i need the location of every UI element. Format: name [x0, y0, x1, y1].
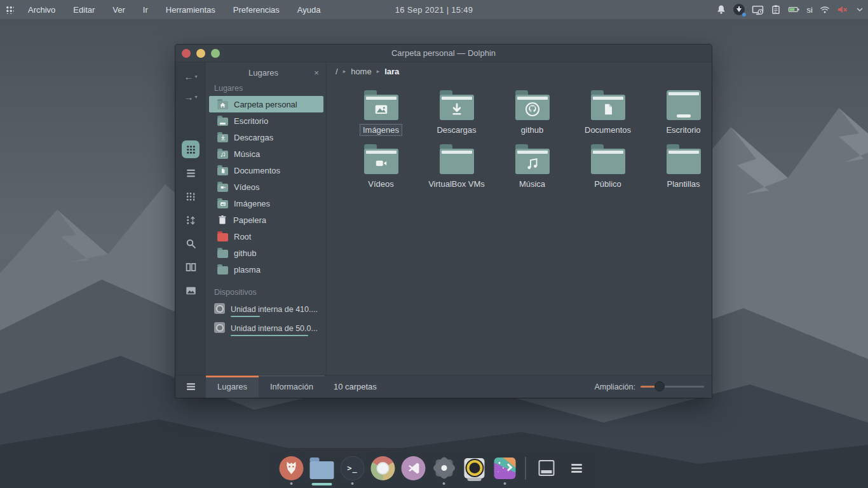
folder-github[interactable]: github — [494, 89, 570, 135]
details-view-button[interactable] — [182, 164, 200, 182]
speaker-icon — [465, 458, 485, 478]
folder-icon — [217, 250, 228, 258]
active-indicator — [312, 483, 332, 485]
search-button[interactable] — [182, 234, 200, 252]
dock-firefox[interactable] — [278, 450, 306, 487]
dock-show-desktop[interactable] — [532, 450, 560, 487]
folder-documentos[interactable]: Documentos — [570, 89, 646, 135]
sidebar-item-escritorio[interactable]: Escritorio — [209, 112, 323, 129]
dock-chrome[interactable] — [369, 450, 397, 487]
forward-arrow-icon: → — [184, 92, 193, 102]
dock-music-player[interactable] — [461, 450, 489, 487]
sidebar-item-label: Documentos — [234, 166, 280, 175]
panel-clock[interactable]: 16 Sep 2021 | 15:49 — [395, 5, 473, 15]
device-item-1[interactable]: Unidad interna de 410.... — [206, 300, 326, 319]
tab-lugares[interactable]: Lugares — [206, 376, 259, 398]
menu-ayuda[interactable]: Ayuda — [288, 0, 330, 19]
menu-herramientas[interactable]: Herramientas — [157, 0, 224, 19]
minimize-window-button[interactable] — [196, 49, 205, 58]
places-panel-title: Lugares — [215, 68, 312, 78]
sidebar-item-documentos[interactable]: Documentos — [209, 162, 323, 179]
sort-button[interactable] — [182, 211, 200, 229]
zoom-slider[interactable] — [641, 386, 704, 388]
volume-muted-icon[interactable] — [837, 4, 848, 15]
menu-preferencias[interactable]: Preferencias — [224, 0, 288, 19]
device-item-2[interactable]: Unidad interna de 50.0... — [206, 319, 326, 338]
sidebar-item-descargas[interactable]: Descargas — [209, 129, 323, 146]
dock-settings[interactable] — [430, 450, 458, 487]
notifications-bell-icon[interactable] — [716, 4, 726, 15]
folder-label: github — [519, 125, 546, 135]
icons-view-button[interactable] — [182, 140, 200, 158]
folder-grid: Imágenes Descargas github Documentos Esc… — [327, 80, 712, 189]
maximize-window-button[interactable] — [211, 49, 220, 58]
close-panel-icon[interactable]: × — [312, 68, 321, 78]
forward-history-caret-icon[interactable]: ▾ — [194, 94, 197, 100]
dock-vscode[interactable] — [400, 450, 428, 487]
breadcrumb-current[interactable]: lara — [384, 67, 399, 76]
sidebar-item-imagenes[interactable]: Imágenes — [209, 195, 323, 212]
breadcrumb-separator-icon: ▸ — [343, 68, 346, 74]
breadcrumb-root[interactable]: / — [336, 67, 338, 76]
zoom-label: Ampliación: — [594, 383, 635, 391]
close-window-button[interactable] — [182, 49, 191, 58]
battery-icon[interactable] — [788, 4, 800, 15]
folder-label: Descargas — [434, 125, 478, 135]
sidebar-item-musica[interactable]: Música — [209, 146, 323, 162]
folder-icon — [440, 149, 474, 174]
system-tray: si — [716, 0, 864, 19]
wifi-icon[interactable] — [820, 4, 830, 15]
forward-button[interactable]: →▾ — [184, 88, 197, 105]
zoom-slider-handle[interactable] — [654, 381, 665, 391]
sidebar-item-github[interactable]: github — [209, 245, 323, 261]
sidebar-item-label: Root — [234, 232, 251, 241]
window-titlebar[interactable]: Carpeta personal — Dolphin — [175, 44, 712, 62]
folder-musica[interactable]: Música — [494, 143, 570, 189]
sidebar-item-label: Escritorio — [234, 116, 268, 126]
folder-virtualbox-vms[interactable]: VirtualBox VMs — [419, 143, 494, 189]
folder-descargas[interactable]: Descargas — [419, 89, 494, 135]
back-history-caret-icon[interactable]: ▾ — [194, 74, 197, 79]
folder-plantillas[interactable]: Plantillas — [646, 143, 721, 189]
chevron-down-icon[interactable] — [855, 5, 864, 14]
updates-download-icon[interactable] — [733, 4, 745, 15]
tab-informacion[interactable]: Información — [259, 376, 325, 398]
dock-file-manager[interactable] — [308, 450, 336, 487]
folder-label: Documentos — [582, 125, 634, 135]
compact-view-button[interactable] — [182, 187, 200, 205]
menu-archivo[interactable]: Archivo — [19, 0, 64, 19]
menu-ver[interactable]: Ver — [104, 0, 134, 19]
menu-editar[interactable]: Editar — [64, 0, 104, 19]
grid-icon — [6, 6, 14, 14]
clipboard-icon[interactable] — [771, 4, 781, 15]
folder-imagenes[interactable]: Imágenes — [343, 89, 419, 135]
back-button[interactable]: ←▾ — [184, 68, 197, 85]
running-indicator — [504, 482, 506, 485]
window-outline-icon — [538, 460, 554, 476]
images-folder-icon — [364, 95, 398, 120]
chrome-icon — [371, 456, 395, 480]
app-launcher-icon[interactable] — [0, 0, 19, 19]
display-clock-icon[interactable] — [752, 4, 764, 15]
sidebar-item-carpeta-personal[interactable]: Carpeta personal — [209, 96, 323, 112]
folder-publico[interactable]: Público — [570, 143, 646, 189]
dock-app-menu[interactable] — [563, 450, 591, 487]
running-indicator — [443, 482, 445, 485]
sidebar-item-plasma[interactable]: plasma — [209, 261, 323, 278]
sidebar-item-papelera[interactable]: Papelera — [209, 212, 323, 228]
running-indicator — [351, 482, 354, 485]
sidebar-item-root[interactable]: Root — [209, 228, 323, 245]
sidebar-item-videos[interactable]: Vídeos — [209, 179, 323, 195]
preview-button[interactable] — [182, 281, 200, 299]
breadcrumb-home[interactable]: home — [351, 67, 372, 76]
menu-ir[interactable]: Ir — [134, 0, 157, 19]
folder-videos[interactable]: Vídeos — [343, 143, 419, 189]
split-view-button[interactable] — [182, 258, 200, 276]
dock-photos[interactable] — [491, 450, 519, 487]
panel-menu-button[interactable] — [175, 376, 206, 398]
folder-escritorio[interactable]: Escritorio — [646, 89, 721, 135]
dock-terminal[interactable]: >_ — [339, 450, 367, 487]
keyboard-layout-indicator[interactable]: si — [807, 5, 813, 15]
sidebar-item-label: Carpeta personal — [234, 100, 297, 109]
folder-icon — [217, 266, 228, 274]
